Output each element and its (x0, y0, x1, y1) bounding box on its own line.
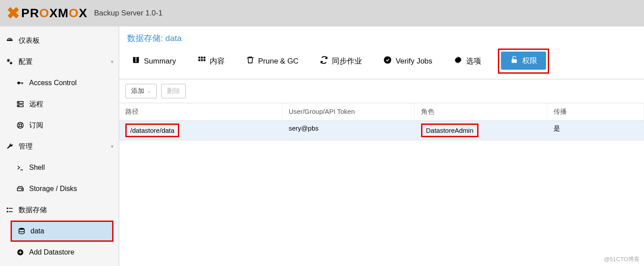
tab-permissions[interactable]: 权限 (501, 52, 546, 70)
database-icon (17, 227, 26, 235)
tab-verify-jobs[interactable]: Verify Jobs (379, 53, 437, 69)
sidebar-item-datastore[interactable]: 数据存储 (0, 199, 119, 221)
sidebar-item-shell[interactable]: Shell (0, 157, 119, 178)
tab-prune-gc[interactable]: Prune & GC (241, 53, 303, 69)
svg-rect-24 (203, 59, 205, 61)
svg-point-10 (19, 124, 22, 127)
gear-icon (454, 56, 463, 67)
svg-point-12 (22, 189, 23, 190)
tab-content[interactable]: 内容 (193, 53, 229, 69)
sidebar-item-dashboard[interactable]: 仪表板 (0, 30, 119, 51)
svg-point-2 (17, 82, 20, 84)
svg-point-25 (384, 56, 392, 64)
svg-rect-16 (9, 211, 13, 212)
chevron-down-icon: ⌄ (147, 88, 151, 94)
check-circle-icon (383, 56, 392, 67)
sidebar-item-label: 数据存储 (19, 206, 47, 215)
sidebar-item-config[interactable]: 配置 ▾ (0, 51, 119, 72)
dashboard-icon (5, 37, 14, 45)
sidebar-item-label: 仪表板 (19, 36, 40, 45)
sidebar: 仪表板 配置 ▾ Access Control 远程 订阅 管理 ▾ Shell (0, 26, 119, 266)
svg-rect-20 (201, 57, 203, 59)
list-icon (5, 206, 14, 214)
svg-rect-23 (201, 59, 203, 61)
sidebar-item-access-control[interactable]: Access Control (0, 72, 119, 94)
svg-rect-13 (7, 208, 8, 209)
header-subtitle: Backup Server 1.0-1 (94, 9, 162, 18)
cell-path: /datastore/data (119, 121, 282, 140)
sidebar-item-label: 管理 (19, 142, 33, 151)
sidebar-item-label: Access Control (29, 79, 77, 87)
sidebar-item-add-datastore[interactable]: Add Datastore (0, 242, 119, 263)
tab-label: 同步作业 (332, 56, 362, 66)
column-header-role[interactable]: 角色 (415, 103, 547, 120)
sidebar-item-data[interactable]: data (11, 221, 113, 242)
page-title: 数据存储: data (119, 26, 644, 49)
tab-summary[interactable]: Summary (127, 53, 181, 69)
svg-point-0 (8, 60, 10, 62)
tab-sync-jobs[interactable]: 同步作业 (315, 53, 366, 69)
cell-role-value: DatastoreAdmin (421, 124, 478, 137)
column-header-path[interactable]: 路径 (119, 103, 282, 120)
key-icon (16, 79, 25, 87)
page-title-name: data (166, 34, 182, 43)
svg-rect-22 (198, 59, 200, 61)
logo-x-icon: ✖ (7, 4, 20, 22)
sidebar-item-subscription[interactable]: 订阅 (0, 115, 119, 136)
cell-path-value: /datastore/data (125, 124, 179, 137)
app-header: ✖ PROXMOX Backup Server 1.0-1 (0, 0, 644, 26)
tabs: Summary 内容 Prune & GC 同步作业 Verify Jobs 选… (119, 49, 644, 79)
table-row[interactable]: /datastore/data sery@pbs DatastoreAdmin … (119, 121, 644, 140)
tab-label: 权限 (522, 56, 537, 66)
sidebar-item-label: data (30, 227, 44, 235)
svg-rect-27 (512, 59, 517, 63)
lifebuoy-icon (16, 121, 25, 129)
tab-options[interactable]: 选项 (449, 53, 486, 69)
sidebar-item-label: Add Datastore (29, 248, 74, 256)
sidebar-item-remote[interactable]: 远程 (0, 94, 119, 115)
tab-label: Summary (144, 57, 176, 66)
svg-point-7 (19, 102, 19, 103)
tab-label: 内容 (210, 56, 225, 66)
column-header-user[interactable]: User/Group/API Token (282, 103, 415, 120)
sidebar-item-label: Storage / Disks (29, 185, 77, 193)
sidebar-item-storage-disks[interactable]: Storage / Disks (0, 178, 119, 199)
svg-point-8 (19, 105, 19, 106)
grid-icon (197, 56, 206, 67)
chevron-down-icon: ▾ (111, 143, 113, 150)
cell-role: DatastoreAdmin (415, 121, 547, 140)
svg-rect-19 (198, 57, 200, 59)
wrench-icon (5, 142, 14, 150)
svg-point-1 (10, 62, 12, 64)
main-content: 数据存储: data Summary 内容 Prune & GC 同步作业 Ve… (119, 26, 644, 266)
column-header-propagate[interactable]: 传播 (547, 103, 644, 120)
toolbar: 添加 ⌄ 删除 (119, 79, 644, 103)
sidebar-item-label: 订阅 (29, 121, 43, 130)
table-header: 路径 User/Group/API Token 角色 传播 (119, 103, 644, 121)
svg-rect-15 (7, 211, 8, 212)
book-icon (132, 56, 140, 67)
sidebar-item-label: 远程 (29, 100, 43, 109)
chevron-down-icon: ▾ (111, 59, 113, 65)
button-label: 删除 (167, 87, 180, 95)
add-button[interactable]: 添加 ⌄ (125, 84, 157, 98)
page-title-prefix: 数据存储: (127, 34, 166, 43)
trash-icon (246, 56, 255, 67)
svg-rect-14 (9, 208, 13, 209)
sidebar-item-admin[interactable]: 管理 ▾ (0, 136, 119, 157)
svg-rect-21 (203, 57, 205, 59)
cell-propagate: 是 (547, 121, 644, 140)
cell-user: sery@pbs (282, 121, 415, 140)
tab-label: 选项 (466, 56, 481, 66)
button-label: 添加 (131, 87, 144, 95)
remove-button[interactable]: 删除 (161, 84, 186, 98)
unlock-icon (510, 55, 519, 66)
tab-label: Verify Jobs (395, 57, 432, 66)
logo-text: PROXMOX (21, 6, 87, 20)
server-icon (16, 100, 25, 108)
sidebar-item-label: Shell (29, 164, 45, 172)
plus-circle-icon (16, 248, 25, 256)
sidebar-item-label: 配置 (19, 57, 33, 67)
gears-icon (5, 58, 14, 66)
terminal-icon (16, 164, 25, 172)
